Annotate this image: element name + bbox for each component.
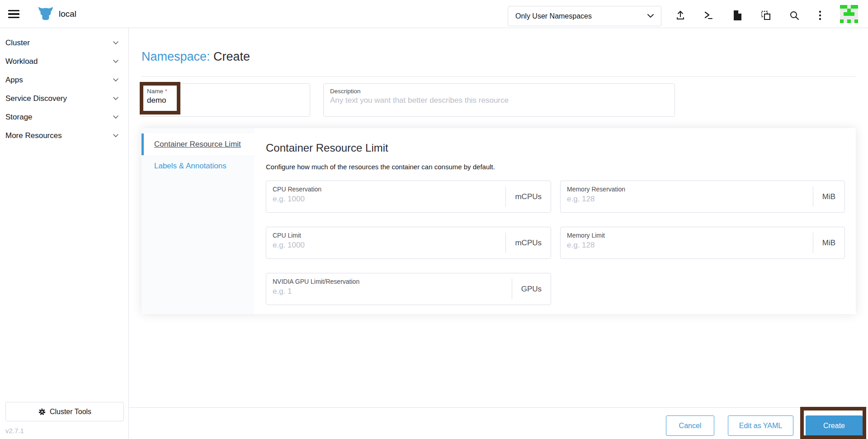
top-header: local Only User Namespaces — [0, 0, 868, 28]
sidebar: Cluster Workload Apps Service Discovery … — [0, 28, 129, 439]
namespace-filter-value: Only User Namespaces — [515, 12, 647, 20]
memory-limit-input[interactable] — [567, 241, 807, 250]
rancher-logo-icon[interactable] — [36, 5, 55, 22]
memory-reservation-input[interactable] — [567, 195, 807, 204]
gear-icon — [38, 408, 46, 416]
sidebar-item-more-resources[interactable]: More Resources — [0, 126, 128, 145]
chevron-down-icon — [113, 115, 118, 119]
sidebar-item-workload[interactable]: Workload — [0, 52, 128, 71]
name-field[interactable]: Name * — [140, 83, 310, 117]
cpu-limit-input[interactable] — [273, 241, 499, 250]
chevron-down-icon — [113, 60, 118, 63]
name-input[interactable] — [147, 96, 303, 105]
cluster-tools-button[interactable]: Cluster Tools — [5, 402, 124, 421]
gpu-limit-unit: GPUs — [512, 279, 551, 299]
cpu-reservation-field[interactable]: CPU Reservation mCPUs — [266, 181, 551, 213]
kubectl-shell-icon[interactable] — [700, 7, 717, 24]
cpu-reservation-input[interactable] — [273, 195, 499, 204]
user-avatar[interactable] — [840, 5, 858, 23]
import-yaml-icon[interactable] — [672, 7, 689, 24]
copy-kubeconfig-icon[interactable] — [758, 7, 774, 24]
chevron-down-icon — [113, 41, 118, 45]
search-icon[interactable] — [786, 7, 802, 24]
title-divider — [142, 76, 856, 76]
description-field[interactable]: Description — [323, 83, 675, 117]
memory-limit-unit: MiB — [813, 233, 844, 253]
create-button[interactable]: Create — [806, 415, 863, 436]
download-kubeconfig-icon[interactable] — [729, 7, 745, 24]
sidebar-item-cluster[interactable]: Cluster — [0, 33, 128, 52]
tab-labels-annotations[interactable]: Labels & Annotations — [142, 155, 255, 177]
memory-reservation-field[interactable]: Memory Reservation MiB — [560, 181, 845, 213]
name-field-label: Name — [147, 88, 163, 95]
sidebar-nav: Cluster Workload Apps Service Discovery … — [0, 28, 128, 145]
gpu-limit-field[interactable]: NVIDIA GPU Limit/Reservation GPUs — [266, 273, 551, 305]
cancel-button[interactable]: Cancel — [666, 415, 714, 436]
page-title: Namespace: Create — [142, 50, 250, 64]
chevron-down-icon — [113, 97, 118, 100]
memory-limit-field[interactable]: Memory Limit MiB — [560, 227, 845, 259]
memory-reservation-unit: MiB — [813, 186, 844, 207]
resource-fields-grid: CPU Reservation mCPUs Memory Reservation… — [266, 181, 845, 305]
footer-divider — [129, 407, 868, 408]
cpu-limit-unit: mCPUs — [505, 233, 551, 253]
section-heading: Container Resource Limit — [266, 142, 845, 154]
title-action: Create — [213, 50, 250, 63]
chevron-down-icon — [113, 134, 118, 138]
description-input[interactable] — [330, 96, 668, 105]
main-content: Namespace: Create Name * Description Con… — [129, 28, 868, 439]
tab-nav: Container Resource Limit Labels & Annota… — [142, 128, 255, 314]
cpu-reservation-unit: mCPUs — [505, 186, 551, 207]
sidebar-item-storage[interactable]: Storage — [0, 108, 128, 126]
hamburger-menu-icon[interactable] — [8, 8, 21, 20]
gpu-limit-input[interactable] — [273, 287, 505, 296]
kebab-menu-icon[interactable] — [812, 7, 828, 24]
title-resource-link[interactable]: Namespace: — [142, 50, 210, 63]
edit-as-yaml-button[interactable]: Edit as YAML — [728, 415, 793, 436]
resource-card: Container Resource Limit Labels & Annota… — [142, 128, 856, 314]
namespace-filter-dropdown[interactable]: Only User Namespaces — [508, 6, 661, 26]
chevron-down-icon — [647, 14, 654, 18]
sidebar-item-service-discovery[interactable]: Service Discovery — [0, 89, 128, 108]
cpu-limit-field[interactable]: CPU Limit mCPUs — [266, 227, 551, 259]
version-label: v2.7.1 — [5, 427, 24, 434]
chevron-down-icon — [113, 78, 118, 82]
sidebar-item-apps[interactable]: Apps — [0, 71, 128, 89]
required-asterisk: * — [165, 88, 167, 95]
tab-panel: Container Resource Limit Configure how m… — [255, 128, 856, 314]
description-field-label: Description — [330, 88, 361, 95]
cluster-name: local — [59, 9, 76, 19]
section-description: Configure how much of the resources the … — [266, 163, 845, 171]
tab-container-resource-limit[interactable]: Container Resource Limit — [142, 134, 255, 155]
